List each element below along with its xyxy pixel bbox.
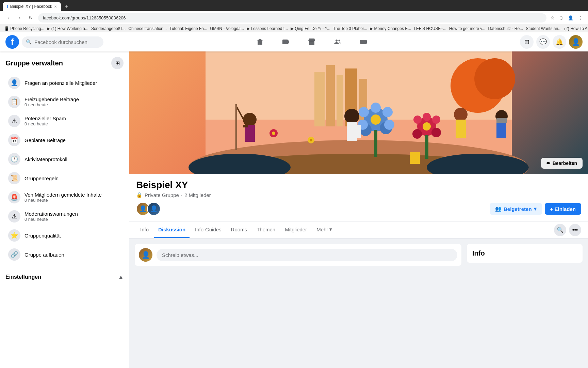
- tab-info[interactable]: Info: [136, 222, 153, 238]
- einstellungen-section[interactable]: Einstellungen ▲: [0, 270, 129, 281]
- extensions-button[interactable]: ⬡: [558, 14, 565, 22]
- sidebar-item-qualitaet-label: Gruppenqualität: [24, 233, 61, 239]
- sidebar-item-warnungen-label: Moderationswarnungen: [24, 211, 78, 217]
- tab-mitglieder[interactable]: Mitglieder: [281, 222, 311, 238]
- sidebar-item-spam[interactable]: ⚠ Potenzieller Spam 0 neu heute: [3, 111, 126, 131]
- svg-point-58: [310, 139, 312, 141]
- sidebar-item-aufbauen-label: Gruppe aufbauen: [24, 252, 64, 258]
- svg-rect-13: [337, 75, 343, 126]
- apps-button[interactable]: ⊞: [520, 35, 534, 49]
- sidebar-item-geplante[interactable]: 📅 Geplante Beiträge: [3, 131, 126, 150]
- tab-rooms[interactable]: Rooms: [227, 222, 251, 238]
- bookmark-item[interactable]: GMSN - Vologda...: [210, 26, 244, 31]
- tab-info-guides[interactable]: Info-Guides: [191, 222, 226, 238]
- bookmark-item[interactable]: Chinese translation...: [128, 26, 167, 31]
- sidebar-item-aktivitaet[interactable]: 🕐 Aktivitätenprotokoll: [3, 150, 126, 169]
- facebook-logo[interactable]: f: [5, 35, 19, 49]
- nav-gaming-button[interactable]: [351, 35, 376, 49]
- joined-label: Beigetreten: [504, 206, 532, 212]
- star-button[interactable]: ☆: [549, 14, 556, 22]
- tab-close-button[interactable]: ✕: [54, 5, 57, 9]
- svg-rect-43: [251, 126, 255, 138]
- nav-video-button[interactable]: [274, 35, 298, 49]
- bookmark-item[interactable]: How to get more v...: [449, 26, 485, 31]
- bookmark-item[interactable]: ▶ Qing Fei De Yi - Y...: [291, 26, 330, 31]
- nav-home-button[interactable]: [248, 35, 272, 49]
- sidebar-collapse-button[interactable]: ⊞: [111, 57, 124, 69]
- bookmark-item[interactable]: ▶ Lessons Learned f...: [247, 26, 288, 31]
- bookmark-item[interactable]: ▶ (1) How Working a...: [47, 26, 88, 31]
- post-input[interactable]: Schreib etwas...: [157, 249, 457, 261]
- url-bar[interactable]: facebook.com/groups/1126350550836206: [38, 13, 546, 22]
- sidebar-item-fragen[interactable]: 👤 Fragen an potenzielle Mitglieder: [3, 73, 126, 92]
- tab-themen[interactable]: Themen: [252, 222, 279, 238]
- spam-icon: ⚠: [8, 115, 20, 127]
- sidebar-item-aufbauen[interactable]: 🔗 Gruppe aufbauen: [3, 245, 126, 264]
- group-type: Private Gruppe: [145, 192, 179, 198]
- sidebar-item-regeln[interactable]: 📜 Gruppenregeln: [3, 169, 126, 188]
- svg-marker-1: [288, 40, 289, 44]
- messenger-button[interactable]: 💬: [536, 35, 550, 49]
- search-bar[interactable]: 🔍: [22, 36, 103, 48]
- bookmark-item[interactable]: Student Wants an...: [526, 26, 561, 31]
- bookmark-item[interactable]: ▶ Money Changes E...: [370, 26, 411, 31]
- notifications-button[interactable]: 🔔: [553, 35, 566, 49]
- user-avatar[interactable]: 👤: [569, 35, 583, 49]
- bookmark-item[interactable]: Datenschutz - Re...: [488, 26, 523, 31]
- bookmark-item[interactable]: Sonderangebot! l...: [91, 26, 126, 31]
- svg-rect-0: [282, 40, 288, 44]
- svg-point-36: [432, 116, 440, 124]
- svg-point-27: [382, 107, 393, 117]
- forward-button[interactable]: ›: [15, 13, 24, 22]
- search-input[interactable]: [34, 39, 99, 45]
- edit-cover-button[interactable]: ✏ Bearbeiten: [541, 158, 583, 169]
- profile-button[interactable]: 👤: [567, 14, 575, 22]
- sidebar-title: Gruppe verwalten: [5, 59, 63, 67]
- svg-point-35: [423, 113, 431, 121]
- bookmark-item[interactable]: 📱 Phone Recycling...: [4, 26, 44, 31]
- search-tab-button[interactable]: 🔍: [554, 224, 566, 236]
- people-icon: 👥: [495, 206, 502, 212]
- svg-rect-48: [357, 125, 361, 138]
- bookmark-item[interactable]: The Top 3 Platfor...: [333, 26, 368, 31]
- svg-point-39: [423, 122, 431, 131]
- sidebar-item-freizugebende-label: Freizugebende Beiträge: [24, 96, 79, 102]
- group-meta: 🔒 Private Gruppe · 2 Mitglieder: [136, 192, 581, 198]
- menu-button[interactable]: ⋮: [577, 14, 584, 22]
- warnungen-icon: ⚠: [8, 210, 20, 223]
- bookmark-item[interactable]: LEE'S HOUSE–...: [414, 26, 446, 31]
- members-avatars: 👤 👤: [136, 202, 161, 216]
- refresh-button[interactable]: ↻: [26, 13, 35, 22]
- sidebar-item-regeln-label: Gruppenregeln: [24, 175, 59, 181]
- sidebar-item-warnungen[interactable]: ⚠ Moderationswarnungen 0 neu heute: [3, 207, 126, 226]
- sidebar-item-gemeldet[interactable]: 🚨 Von Mitgliedern gemeldete Inhalte 0 ne…: [3, 188, 126, 207]
- svg-rect-53: [496, 118, 507, 123]
- back-button[interactable]: ‹: [4, 13, 14, 22]
- nav-marketplace-button[interactable]: [299, 35, 324, 49]
- tab-diskussion[interactable]: Diskussion: [154, 222, 190, 238]
- chevron-up-icon: ▲: [118, 274, 124, 280]
- active-browser-tab[interactable]: f Beispiel XY | Facebook ✕: [3, 2, 61, 11]
- sidebar-item-gemeldet-label: Von Mitgliedern gemeldete Inhalte: [24, 192, 102, 198]
- sidebar-item-gemeldet-sub: 0 neu heute: [24, 198, 102, 203]
- new-tab-button[interactable]: +: [62, 2, 71, 11]
- bookmark-item[interactable]: Tutorial: Eigene Fa...: [169, 26, 207, 31]
- svg-rect-47: [347, 122, 357, 141]
- info-panel-title: Info: [472, 249, 485, 257]
- invite-button[interactable]: + Einladen: [545, 203, 581, 215]
- cover-illustration: [129, 51, 588, 174]
- nav-groups-button[interactable]: [325, 35, 350, 49]
- more-tab-button[interactable]: •••: [569, 224, 581, 236]
- member-avatar-2[interactable]: 👤: [147, 202, 161, 216]
- cover-photo: ✏ Bearbeiten: [129, 51, 588, 174]
- info-column: Info: [467, 244, 583, 266]
- sidebar-item-qualitaet[interactable]: ⭐ Gruppenqualität: [3, 226, 126, 245]
- sidebar-item-freizugebende[interactable]: 📋 Freizugebende Beiträge 0 neu heute: [3, 92, 126, 111]
- tab-mehr[interactable]: Mehr ▾: [312, 221, 336, 238]
- svg-rect-42: [243, 125, 248, 127]
- post-avatar: 👤: [139, 248, 152, 262]
- joined-button[interactable]: 👥 Beigetreten ▾: [490, 203, 542, 215]
- group-content: 👤 Schreib etwas... Info: [129, 239, 588, 271]
- bookmark-item[interactable]: (2) How To Add A...: [564, 26, 588, 31]
- svg-point-46: [344, 109, 359, 124]
